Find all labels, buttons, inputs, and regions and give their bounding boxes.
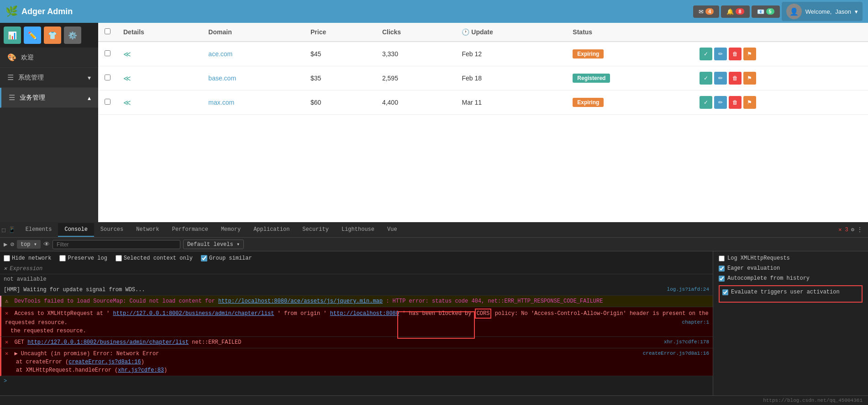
eye-icon[interactable]: 👁 — [43, 241, 50, 248]
hmr-line[interactable]: log.js?1afd:24 — [667, 286, 709, 293]
hide-network-checkbox[interactable] — [4, 255, 10, 261]
domain-link-2[interactable]: max.com — [208, 99, 234, 106]
row-checkbox-2[interactable] — [105, 99, 110, 105]
group-similar-option[interactable]: Group similar — [201, 255, 252, 261]
autocomplete-checkbox[interactable] — [719, 276, 725, 282]
xhr-link[interactable]: xhr.js?cdfe:83 — [118, 367, 164, 373]
expression-close-icon[interactable]: ✕ — [4, 265, 7, 272]
levels-dropdown[interactable]: Default levels ▾ — [183, 240, 244, 249]
user-menu[interactable]: 👤 Welcome, Jason ▾ — [782, 2, 863, 21]
stop-icon[interactable]: ⊘ — [10, 240, 14, 248]
selected-context-checkbox[interactable] — [116, 255, 122, 261]
check-button-2[interactable]: ✓ — [700, 96, 712, 109]
flag-button-2[interactable]: ⚑ — [743, 96, 756, 109]
evaluate-triggers-checkbox[interactable] — [722, 289, 728, 295]
tab-performance[interactable]: Performance — [166, 223, 215, 237]
tab-memory[interactable]: Memory — [215, 223, 247, 237]
get-line[interactable]: xhr.js?cdfe:178 — [664, 338, 709, 346]
preserve-log-option[interactable]: Preserve log — [59, 255, 107, 261]
tab-application[interactable]: Application — [247, 223, 296, 237]
tab-console[interactable]: Console — [58, 223, 94, 237]
run-icon[interactable]: ▶ — [4, 240, 7, 248]
row-detail-1: ≪ — [117, 66, 202, 91]
edit-button-2[interactable]: ✏ — [714, 96, 727, 109]
detail-icon-2[interactable]: ≪ — [123, 99, 131, 107]
sidebar-shirt-button[interactable]: 👕 — [44, 27, 61, 44]
filter-input[interactable] — [53, 240, 180, 249]
uncaught-line[interactable]: createError.js?d8a1:16 — [643, 350, 709, 357]
email-button[interactable]: 📧 5 — [752, 5, 780, 18]
create-error-link[interactable]: createError.js?d8a1:16 — [68, 359, 141, 365]
edit-button-0[interactable]: ✏ — [714, 48, 727, 60]
row-checkbox-1[interactable] — [105, 75, 110, 80]
check-button-0[interactable]: ✓ — [700, 48, 712, 60]
row-domain-2: max.com — [202, 91, 304, 115]
tab-sources[interactable]: Sources — [94, 223, 130, 237]
uncaught-sub1: at createError (createError.js?d8a1:16) — [5, 359, 144, 365]
detail-icon-1[interactable]: ≪ — [123, 75, 131, 82]
sidebar-item-business[interactable]: ☰ 业务管理 ▴ — [0, 88, 98, 108]
cors-keyword: CORS — [475, 309, 492, 319]
delete-button-0[interactable]: 🗑 — [729, 48, 742, 60]
domain-link-1[interactable]: base.com — [208, 75, 236, 82]
origin-link[interactable]: http://localhost:8080 — [330, 310, 399, 317]
selected-context-option[interactable]: Selected context only — [116, 255, 193, 261]
delete-button-2[interactable]: 🗑 — [729, 96, 742, 109]
eager-eval-option[interactable]: Eager evaluation — [719, 265, 863, 272]
expression-label: Expression — [10, 266, 42, 272]
edit-button-1[interactable]: ✏ — [714, 72, 727, 85]
expression-bar: ✕ Expression — [0, 263, 713, 274]
welcome-text: Welcome, — [805, 8, 832, 15]
more-icon[interactable]: ⋮ — [857, 226, 863, 233]
notifications-button[interactable]: 🔔 8 — [721, 5, 749, 18]
row-price-2: $60 — [304, 91, 376, 115]
evaluate-triggers-option[interactable]: Evaluate triggers user activation — [722, 289, 859, 295]
console-prompt[interactable]: > — [0, 376, 713, 386]
status-badge-1: Registered — [573, 74, 610, 83]
flag-button-1[interactable]: ⚑ — [743, 72, 756, 85]
status-header: Status — [566, 23, 693, 42]
delete-button-1[interactable]: 🗑 — [729, 72, 742, 85]
context-selector[interactable]: top ▾ — [17, 240, 41, 249]
select-all-checkbox[interactable] — [105, 28, 110, 34]
messages-button[interactable]: ✉ 4 — [693, 5, 719, 18]
sidebar-label-welcome: 欢迎 — [21, 53, 34, 62]
preserve-log-checkbox[interactable] — [59, 255, 66, 261]
sidebar-edit-button[interactable]: ✏️ — [24, 27, 41, 44]
hide-network-option[interactable]: Hide network — [4, 255, 51, 261]
tab-elements[interactable]: Elements — [19, 223, 58, 237]
cors-line[interactable]: chapter:1 — [682, 319, 709, 326]
error-icon-uncaught: ✕ — [5, 351, 8, 357]
warning-icon: ⚠ — [5, 298, 8, 304]
sourcemap-link[interactable]: http://localhost:8080/ace/assets/js/jque… — [218, 298, 383, 304]
tab-network[interactable]: Network — [130, 223, 165, 237]
domain-link-0[interactable]: ace.com — [208, 50, 232, 58]
autocomplete-option[interactable]: Autocomplete from history — [719, 275, 863, 282]
inspect-icon[interactable]: ⬚ — [2, 226, 5, 234]
cors-url-link[interactable]: http://127.0.0.1:8002/business/admin/cha… — [113, 310, 274, 317]
check-button-1[interactable]: ✓ — [700, 72, 712, 85]
uncaught-error-message: ✕ ▶ Uncaught (in promise) Error: Network… — [0, 348, 713, 376]
get-url-link[interactable]: http://127.0.0.1:8002/business/admin/cha… — [27, 339, 189, 346]
sidebar-chart-button[interactable]: 📊 — [4, 27, 21, 44]
group-similar-checkbox[interactable] — [201, 255, 207, 261]
tab-lighthouse[interactable]: Lighthouse — [335, 223, 381, 237]
tab-security[interactable]: Security — [296, 223, 335, 237]
row-actions-0: ✓ ✏ 🗑 ⚑ — [693, 42, 868, 66]
sidebar-item-welcome[interactable]: 🎨 欢迎 — [0, 48, 98, 68]
row-price-0: $45 — [304, 42, 376, 66]
flag-button-0[interactable]: ⚑ — [743, 48, 756, 60]
devtools-panel: ⬚ 📱 Elements Console Sources Network Per… — [0, 222, 868, 405]
eager-eval-checkbox[interactable] — [719, 266, 725, 272]
detail-icon-0[interactable]: ≪ — [123, 50, 131, 58]
select-all-header — [98, 23, 117, 42]
settings-icon[interactable]: ⚙ — [851, 226, 854, 233]
row-checkbox-0[interactable] — [105, 50, 110, 56]
evaluate-triggers-box: Evaluate triggers user activation — [719, 285, 863, 303]
device-icon[interactable]: 📱 — [8, 226, 16, 234]
sidebar-item-system[interactable]: ☰ 系统管理 ▾ — [0, 68, 98, 88]
log-xhr-option[interactable]: Log XMLHttpRequests — [719, 255, 863, 261]
tab-vue[interactable]: Vue — [381, 223, 404, 237]
sidebar-settings-button[interactable]: ⚙️ — [64, 27, 81, 44]
log-xhr-checkbox[interactable] — [719, 256, 725, 261]
